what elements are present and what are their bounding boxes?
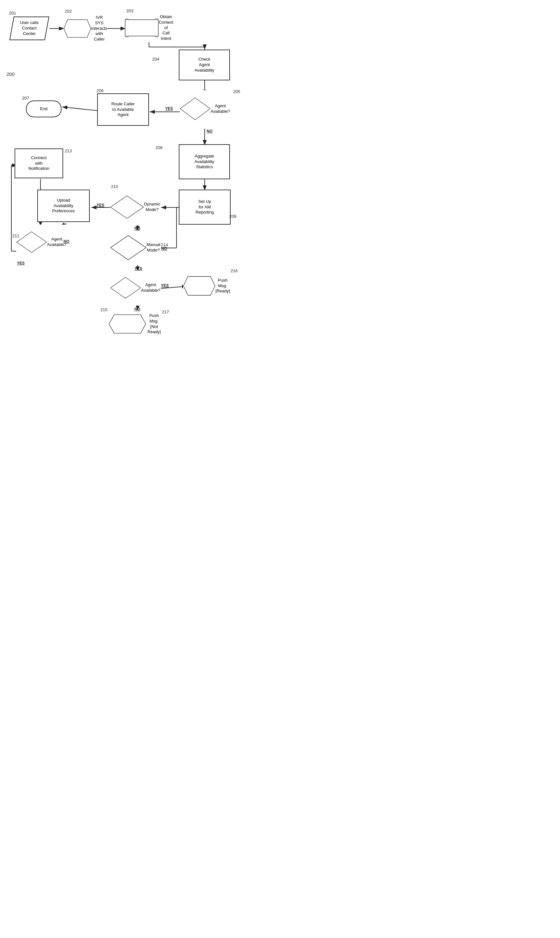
label-200: 200: [6, 71, 15, 77]
label-216: 216: [231, 268, 238, 273]
node-204-label: CheckAgentAvailability: [194, 57, 214, 73]
node-211: AgentAvailable?: [16, 225, 66, 260]
node-210: DynamicMode?: [110, 190, 160, 225]
svg-line-8: [62, 107, 100, 111]
node-213-label: ConnectwithNotification: [29, 155, 49, 172]
node-212: UploadAvailabilityPreferences: [37, 190, 90, 222]
svg-marker-36: [109, 315, 146, 333]
label-204: 204: [152, 57, 159, 62]
label-yes-214: YES: [134, 267, 142, 271]
label-205: 205: [233, 89, 240, 94]
label-no-214: NO: [161, 246, 167, 251]
label-no-215: NO: [134, 307, 140, 312]
label-yes-210: YES: [97, 203, 104, 207]
label-210: 210: [111, 184, 118, 189]
label-yes-211: YES: [17, 261, 25, 265]
node-215: AgentAvailable?: [110, 270, 160, 305]
node-216: Push Msg.[Ready]: [183, 272, 230, 300]
label-211: 211: [12, 233, 19, 238]
label-yes-215: YES: [161, 283, 169, 288]
node-206-label: Route Callerto AvailableAgent: [111, 102, 135, 118]
label-213: 213: [65, 148, 72, 153]
svg-marker-31: [111, 196, 143, 219]
label-yes-205: YES: [165, 106, 173, 111]
label-201: 201: [9, 11, 16, 15]
svg-marker-33: [111, 235, 146, 260]
node-203: ObtainContext ofCall Intent: [125, 14, 173, 42]
node-201: User callsContactCenter: [9, 16, 49, 40]
svg-marker-30: [180, 97, 210, 120]
label-203: 203: [126, 8, 134, 13]
flowchart-diagram: User callsContactCenter 201 IVR SYSinter…: [0, 0, 278, 340]
svg-marker-28: [64, 20, 91, 38]
node-209-label: Set Upfor AMReporting: [195, 199, 214, 216]
node-206: Route Callerto AvailableAgent: [97, 93, 149, 126]
label-no-210: NO: [134, 226, 140, 231]
node-201-label: User callsContactCenter: [20, 20, 38, 37]
label-217: 217: [162, 310, 169, 315]
svg-marker-34: [111, 277, 141, 298]
svg-marker-35: [183, 276, 215, 295]
label-206: 206: [97, 88, 104, 93]
label-215: 215: [100, 307, 108, 312]
node-212-label: UploadAvailabilityPreferences: [52, 198, 75, 214]
node-209: Set Upfor AMReporting: [179, 190, 231, 225]
node-208: AggregateAvailabilityStatistics: [179, 144, 230, 179]
node-204: CheckAgentAvailability: [179, 49, 230, 80]
node-214: ManualMode?: [110, 230, 160, 265]
node-213: ConnectwithNotification: [15, 148, 63, 178]
node-217: Push Msg.[Not Ready]: [109, 310, 162, 338]
svg-marker-32: [17, 232, 47, 253]
node-208-label: AggregateAvailabilityStatistics: [194, 154, 214, 170]
label-no-205: NO: [207, 129, 212, 134]
label-202: 202: [65, 9, 72, 14]
label-208: 208: [155, 145, 163, 150]
node-205: AgentAvailable?: [180, 90, 230, 127]
svg-rect-29: [125, 20, 158, 36]
node-207-label: End: [40, 106, 47, 112]
node-202: IVR SYSinteracts withCaller: [63, 14, 107, 43]
label-209: 209: [229, 214, 237, 219]
label-207: 207: [22, 96, 29, 100]
node-207: End: [26, 100, 62, 117]
